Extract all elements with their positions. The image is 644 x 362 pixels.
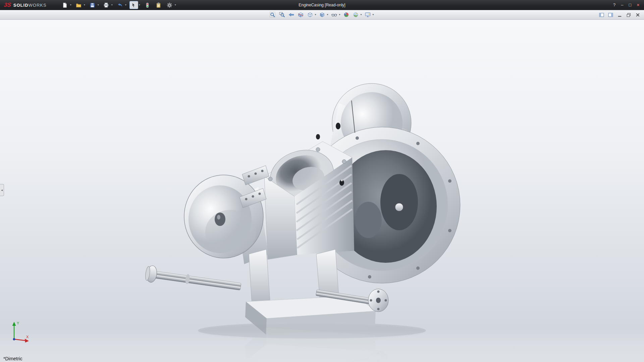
new-document-dropdown[interactable]: ▾ <box>69 1 72 9</box>
close-document-button[interactable] <box>635 12 641 18</box>
zoom-to-fit-group <box>268 11 276 19</box>
hide-show-items-dropdown[interactable]: ▾ <box>338 11 341 19</box>
view-settings-button[interactable] <box>364 11 372 19</box>
view-orientation-group: ▾ <box>306 11 317 19</box>
zoom-to-area-icon <box>279 12 285 18</box>
undo-group: ▾ <box>116 1 127 9</box>
solidworks-logo[interactable]: 3S SOLIDWORKS <box>0 2 52 8</box>
select-group: ▾ <box>129 1 141 9</box>
file-properties-group <box>154 1 163 9</box>
print-button[interactable] <box>102 1 111 9</box>
options-button[interactable] <box>165 1 174 9</box>
undo-button[interactable] <box>116 1 124 9</box>
rebuild-group <box>143 1 152 9</box>
print-dropdown[interactable]: ▾ <box>111 1 113 9</box>
graphics-area[interactable]: Y X *Dimetric <box>0 19 644 362</box>
section-view-group <box>297 11 305 19</box>
print-group: ▾ <box>102 1 113 9</box>
previous-view-button[interactable] <box>287 11 295 19</box>
display-style-button[interactable] <box>318 11 326 19</box>
save-group: ▾ <box>88 1 100 9</box>
save-button[interactable] <box>88 1 97 9</box>
edit-appearance-group <box>342 11 351 19</box>
solidworks-wordmark: SOLIDWORKS <box>13 3 47 8</box>
undo-icon <box>117 2 123 8</box>
pane-right-icon <box>608 12 613 17</box>
pane-toggle-right-button[interactable] <box>607 12 613 18</box>
open-dropdown[interactable]: ▾ <box>83 1 86 9</box>
pane-left-icon <box>599 12 604 17</box>
new-document-icon <box>62 2 68 8</box>
options-dropdown[interactable]: ▾ <box>174 1 177 9</box>
display-style-icon <box>319 12 325 18</box>
triad-y-label: Y <box>17 321 19 325</box>
minimize-icon <box>617 12 622 17</box>
heads-up-view-toolbar: ▾ ▾ ▾ ▾ ▾ <box>268 10 375 19</box>
view-orientation-label: *Dimetric <box>3 356 22 361</box>
view-orientation-dropdown[interactable]: ▾ <box>314 11 317 19</box>
document-window-controls <box>598 10 642 19</box>
view-orientation-cube-icon <box>307 12 313 18</box>
open-group: ▾ <box>74 1 86 9</box>
collapse-arrow-icon: ◂ <box>1 188 3 192</box>
help-button[interactable]: ? <box>613 0 615 10</box>
rebuild-button[interactable] <box>143 1 152 9</box>
triad-x-label: X <box>26 335 29 339</box>
file-properties-button[interactable] <box>154 1 163 9</box>
window-controls: ? – □ × <box>613 0 644 10</box>
options-group: ▾ <box>165 1 177 9</box>
apply-scene-icon <box>353 12 359 18</box>
edit-appearance-ball-icon <box>343 12 350 18</box>
zoom-to-fit-icon <box>269 12 275 18</box>
close-window-button[interactable]: × <box>637 0 639 10</box>
restore-icon <box>626 12 631 17</box>
save-icon <box>90 2 95 8</box>
title-bar: 3S SOLIDWORKS EngineCasing [Read-only] ▾… <box>0 0 644 10</box>
edit-appearance-button[interactable] <box>342 11 351 19</box>
new-document-group: ▾ <box>61 1 72 9</box>
solidworks-logo-mark: 3S <box>4 2 12 8</box>
minimize-window-button[interactable]: – <box>621 0 623 10</box>
select-button[interactable] <box>129 1 138 9</box>
section-view-button[interactable] <box>297 11 305 19</box>
select-cursor-icon <box>131 2 137 8</box>
display-style-dropdown[interactable]: ▾ <box>326 11 329 19</box>
standard-toolbar: ▾ ▾ ▾ ▾ ▾ ▾ <box>61 1 178 9</box>
model-engine-casing[interactable] <box>0 19 644 362</box>
apply-scene-button[interactable] <box>352 11 360 19</box>
zoom-to-area-button[interactable] <box>278 11 286 19</box>
view-toolbar-row: ▾ ▾ ▾ ▾ ▾ <box>0 10 644 20</box>
hide-show-items-group: ▾ <box>330 11 341 19</box>
zoom-to-area-group <box>278 11 286 19</box>
pane-toggle-left-button[interactable] <box>598 12 604 18</box>
open-icon <box>76 2 82 8</box>
maximize-window-button[interactable]: □ <box>629 0 632 10</box>
previous-view-icon <box>288 12 294 18</box>
minimize-document-button[interactable] <box>616 12 623 18</box>
collapse-panel-tab[interactable]: ◂ <box>0 184 4 196</box>
restore-document-button[interactable] <box>626 12 632 18</box>
hide-show-items-button[interactable] <box>330 11 338 19</box>
orientation-triad[interactable]: Y X <box>8 319 32 345</box>
brand-works: WORKS <box>29 3 47 8</box>
apply-scene-dropdown[interactable]: ▾ <box>360 11 363 19</box>
brand-solid: SOLID <box>13 3 29 8</box>
view-settings-dropdown[interactable]: ▾ <box>372 11 375 19</box>
apply-scene-group: ▾ <box>352 11 363 19</box>
zoom-to-fit-button[interactable] <box>268 11 276 19</box>
options-gear-icon <box>167 2 172 8</box>
hide-show-items-glasses-icon <box>331 12 337 18</box>
view-settings-icon <box>365 12 371 18</box>
previous-view-group <box>287 11 295 19</box>
display-style-group: ▾ <box>318 11 329 19</box>
undo-dropdown[interactable]: ▾ <box>124 1 127 9</box>
view-settings-group: ▾ <box>364 11 375 19</box>
save-dropdown[interactable]: ▾ <box>97 1 100 9</box>
file-properties-icon <box>156 2 161 8</box>
view-orientation-button[interactable] <box>306 11 314 19</box>
select-dropdown[interactable]: ▾ <box>138 1 141 9</box>
open-button[interactable] <box>74 1 83 9</box>
rebuild-traffic-light-icon <box>145 2 150 8</box>
section-view-icon <box>298 12 304 18</box>
new-document-button[interactable] <box>61 1 69 9</box>
